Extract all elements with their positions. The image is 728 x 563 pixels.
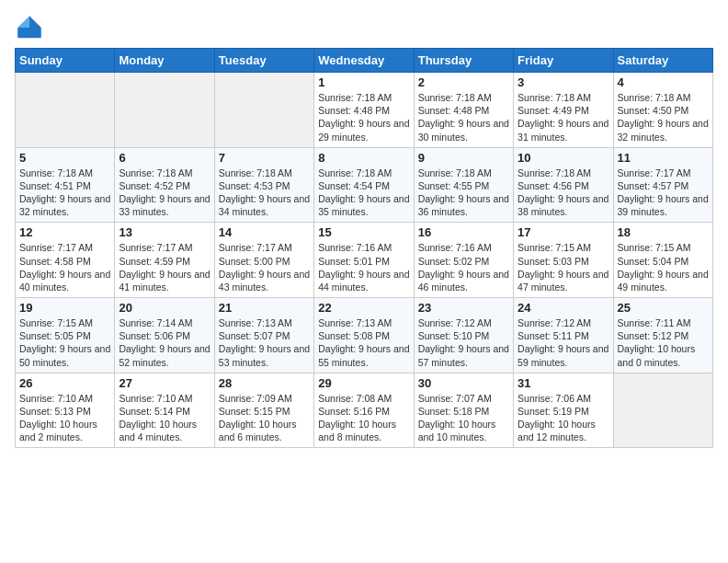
- day-info: Sunrise: 7:18 AMSunset: 4:51 PMDaylight:…: [19, 167, 110, 219]
- calendar-cell: 8Sunrise: 7:18 AMSunset: 4:54 PMDaylight…: [314, 147, 414, 223]
- calendar-cell: 16Sunrise: 7:16 AMSunset: 5:02 PMDayligh…: [414, 223, 513, 298]
- day-number: 19: [19, 301, 110, 315]
- day-info: Sunrise: 7:17 AMSunset: 5:00 PMDaylight:…: [219, 241, 310, 293]
- calendar-cell: 2Sunrise: 7:18 AMSunset: 4:48 PMDaylight…: [414, 73, 513, 148]
- day-number: 11: [618, 151, 709, 165]
- calendar-cell: 17Sunrise: 7:15 AMSunset: 5:03 PMDayligh…: [514, 223, 613, 298]
- day-info: Sunrise: 7:12 AMSunset: 5:11 PMDaylight:…: [518, 316, 609, 369]
- calendar-cell: 6Sunrise: 7:18 AMSunset: 4:52 PMDaylight…: [115, 147, 214, 223]
- svg-marker-0: [29, 16, 41, 28]
- day-number: 17: [518, 225, 609, 239]
- day-number: 23: [418, 301, 509, 315]
- day-number: 7: [219, 151, 310, 165]
- calendar-cell: 31Sunrise: 7:06 AMSunset: 5:19 PMDayligh…: [514, 373, 613, 448]
- day-number: 27: [119, 376, 210, 390]
- day-info: Sunrise: 7:08 AMSunset: 5:16 PMDaylight:…: [318, 392, 409, 444]
- day-number: 16: [418, 225, 509, 239]
- week-row-5: 26Sunrise: 7:10 AMSunset: 5:13 PMDayligh…: [16, 373, 713, 448]
- day-info: Sunrise: 7:14 AMSunset: 5:06 PMDaylight:…: [119, 316, 210, 369]
- day-info: Sunrise: 7:11 AMSunset: 5:12 PMDaylight:…: [618, 316, 709, 369]
- weekday-header-tuesday: Tuesday: [214, 49, 313, 73]
- week-row-2: 5Sunrise: 7:18 AMSunset: 4:51 PMDaylight…: [16, 147, 713, 223]
- day-info: Sunrise: 7:10 AMSunset: 5:14 PMDaylight:…: [119, 392, 210, 444]
- calendar-table: SundayMondayTuesdayWednesdayThursdayFrid…: [15, 48, 713, 448]
- day-info: Sunrise: 7:18 AMSunset: 4:54 PMDaylight:…: [318, 167, 409, 219]
- calendar-cell: 14Sunrise: 7:17 AMSunset: 5:00 PMDayligh…: [214, 223, 313, 298]
- logo: [15, 13, 48, 42]
- day-info: Sunrise: 7:13 AMSunset: 5:07 PMDaylight:…: [219, 316, 310, 369]
- weekday-header-monday: Monday: [115, 49, 214, 73]
- day-number: 8: [318, 151, 409, 165]
- calendar-cell: 4Sunrise: 7:18 AMSunset: 4:50 PMDaylight…: [613, 73, 712, 148]
- calendar-cell: 20Sunrise: 7:14 AMSunset: 5:06 PMDayligh…: [115, 298, 214, 373]
- day-info: Sunrise: 7:18 AMSunset: 4:55 PMDaylight:…: [418, 167, 509, 219]
- calendar-cell: 9Sunrise: 7:18 AMSunset: 4:55 PMDaylight…: [414, 147, 513, 223]
- day-info: Sunrise: 7:13 AMSunset: 5:08 PMDaylight:…: [318, 316, 409, 369]
- day-number: 28: [219, 376, 310, 390]
- weekday-header-saturday: Saturday: [613, 49, 712, 73]
- day-info: Sunrise: 7:15 AMSunset: 5:04 PMDaylight:…: [618, 241, 709, 293]
- day-number: 5: [19, 151, 110, 165]
- day-info: Sunrise: 7:17 AMSunset: 4:58 PMDaylight:…: [19, 241, 110, 293]
- calendar-cell: 15Sunrise: 7:16 AMSunset: 5:01 PMDayligh…: [314, 223, 414, 298]
- day-info: Sunrise: 7:18 AMSunset: 4:48 PMDaylight:…: [418, 91, 509, 144]
- calendar-cell: 1Sunrise: 7:18 AMSunset: 4:48 PMDaylight…: [314, 73, 414, 148]
- day-info: Sunrise: 7:09 AMSunset: 5:15 PMDaylight:…: [219, 392, 310, 444]
- day-info: Sunrise: 7:10 AMSunset: 5:13 PMDaylight:…: [19, 392, 110, 444]
- logo-icon: [15, 13, 44, 42]
- day-number: 13: [119, 225, 210, 239]
- calendar-cell: 11Sunrise: 7:17 AMSunset: 4:57 PMDayligh…: [613, 147, 712, 223]
- calendar-cell: 27Sunrise: 7:10 AMSunset: 5:14 PMDayligh…: [115, 373, 214, 448]
- svg-marker-1: [17, 16, 29, 28]
- calendar-cell: 21Sunrise: 7:13 AMSunset: 5:07 PMDayligh…: [214, 298, 313, 373]
- calendar-cell: [115, 73, 214, 148]
- calendar-cell: 25Sunrise: 7:11 AMSunset: 5:12 PMDayligh…: [613, 298, 712, 373]
- calendar-cell: 22Sunrise: 7:13 AMSunset: 5:08 PMDayligh…: [314, 298, 414, 373]
- day-number: 4: [618, 75, 709, 89]
- calendar-cell: [16, 73, 115, 148]
- page: SundayMondayTuesdayWednesdayThursdayFrid…: [0, 0, 728, 563]
- day-number: 26: [19, 376, 110, 390]
- day-info: Sunrise: 7:12 AMSunset: 5:10 PMDaylight:…: [418, 316, 509, 369]
- day-number: 25: [618, 301, 709, 315]
- calendar-cell: 5Sunrise: 7:18 AMSunset: 4:51 PMDaylight…: [16, 147, 115, 223]
- day-info: Sunrise: 7:18 AMSunset: 4:49 PMDaylight:…: [518, 91, 609, 144]
- day-number: 6: [119, 151, 210, 165]
- weekday-header-sunday: Sunday: [16, 49, 115, 73]
- day-number: 9: [418, 151, 509, 165]
- calendar-cell: 13Sunrise: 7:17 AMSunset: 4:59 PMDayligh…: [115, 223, 214, 298]
- calendar-cell: 19Sunrise: 7:15 AMSunset: 5:05 PMDayligh…: [16, 298, 115, 373]
- day-number: 21: [219, 301, 310, 315]
- calendar-cell: 26Sunrise: 7:10 AMSunset: 5:13 PMDayligh…: [16, 373, 115, 448]
- day-info: Sunrise: 7:18 AMSunset: 4:53 PMDaylight:…: [219, 167, 310, 219]
- day-info: Sunrise: 7:15 AMSunset: 5:03 PMDaylight:…: [518, 241, 609, 293]
- day-info: Sunrise: 7:18 AMSunset: 4:52 PMDaylight:…: [119, 167, 210, 219]
- day-info: Sunrise: 7:17 AMSunset: 4:57 PMDaylight:…: [618, 167, 709, 219]
- weekday-header-row: SundayMondayTuesdayWednesdayThursdayFrid…: [16, 49, 713, 73]
- day-info: Sunrise: 7:16 AMSunset: 5:01 PMDaylight:…: [318, 241, 409, 293]
- calendar-cell: 18Sunrise: 7:15 AMSunset: 5:04 PMDayligh…: [613, 223, 712, 298]
- calendar-cell: 23Sunrise: 7:12 AMSunset: 5:10 PMDayligh…: [414, 298, 513, 373]
- week-row-4: 19Sunrise: 7:15 AMSunset: 5:05 PMDayligh…: [16, 298, 713, 373]
- day-number: 22: [318, 301, 409, 315]
- day-info: Sunrise: 7:18 AMSunset: 4:48 PMDaylight:…: [318, 91, 409, 144]
- day-number: 12: [19, 225, 110, 239]
- day-info: Sunrise: 7:06 AMSunset: 5:19 PMDaylight:…: [518, 392, 609, 444]
- calendar-cell: [613, 373, 712, 448]
- day-info: Sunrise: 7:15 AMSunset: 5:05 PMDaylight:…: [19, 316, 110, 369]
- day-number: 30: [418, 376, 509, 390]
- week-row-3: 12Sunrise: 7:17 AMSunset: 4:58 PMDayligh…: [16, 223, 713, 298]
- day-number: 24: [518, 301, 609, 315]
- calendar-cell: 28Sunrise: 7:09 AMSunset: 5:15 PMDayligh…: [214, 373, 313, 448]
- calendar-cell: 12Sunrise: 7:17 AMSunset: 4:58 PMDayligh…: [16, 223, 115, 298]
- calendar-cell: 24Sunrise: 7:12 AMSunset: 5:11 PMDayligh…: [514, 298, 613, 373]
- header: [15, 9, 713, 42]
- calendar-cell: 3Sunrise: 7:18 AMSunset: 4:49 PMDaylight…: [514, 73, 613, 148]
- day-number: 10: [518, 151, 609, 165]
- day-info: Sunrise: 7:18 AMSunset: 4:50 PMDaylight:…: [618, 91, 709, 144]
- day-info: Sunrise: 7:07 AMSunset: 5:18 PMDaylight:…: [418, 392, 509, 444]
- calendar-cell: 10Sunrise: 7:18 AMSunset: 4:56 PMDayligh…: [514, 147, 613, 223]
- day-number: 2: [418, 75, 509, 89]
- day-number: 15: [318, 225, 409, 239]
- day-info: Sunrise: 7:17 AMSunset: 4:59 PMDaylight:…: [119, 241, 210, 293]
